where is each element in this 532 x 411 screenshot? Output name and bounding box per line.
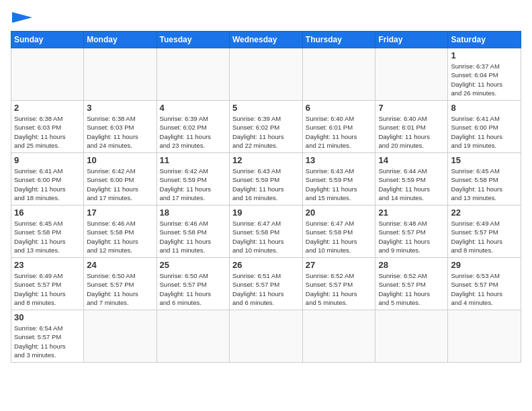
day-number: 19: [232, 208, 300, 218]
day-info: Sunrise: 6:39 AM Sunset: 6:02 PM Dayligh…: [232, 114, 300, 150]
day-number: 7: [378, 103, 445, 113]
day-info: Sunrise: 6:43 AM Sunset: 5:59 PM Dayligh…: [306, 167, 373, 202]
page-header: [11, 11, 521, 23]
day-number: 4: [160, 103, 226, 113]
day-number: 20: [306, 208, 373, 218]
header-cell-wednesday: Wednesday: [229, 32, 302, 48]
day-info: Sunrise: 6:47 AM Sunset: 5:58 PM Dayligh…: [306, 219, 373, 255]
day-cell: 21Sunrise: 6:48 AM Sunset: 5:57 PM Dayli…: [375, 205, 448, 258]
day-info: Sunrise: 6:52 AM Sunset: 5:57 PM Dayligh…: [378, 271, 445, 307]
day-number: 16: [14, 208, 81, 218]
week-row-3: 9Sunrise: 6:41 AM Sunset: 6:00 PM Daylig…: [11, 153, 521, 205]
day-cell: 23Sunrise: 6:49 AM Sunset: 5:57 PM Dayli…: [11, 258, 84, 310]
day-info: Sunrise: 6:40 AM Sunset: 6:01 PM Dayligh…: [306, 114, 373, 150]
day-cell: [157, 310, 229, 363]
day-cell: 27Sunrise: 6:52 AM Sunset: 5:57 PM Dayli…: [302, 258, 375, 310]
day-number: 10: [87, 155, 153, 165]
day-number: 21: [378, 208, 445, 218]
day-info: Sunrise: 6:41 AM Sunset: 6:00 PM Dayligh…: [451, 114, 518, 150]
calendar-body: 1Sunrise: 6:37 AM Sunset: 6:04 PM Daylig…: [11, 48, 521, 363]
day-cell: 18Sunrise: 6:46 AM Sunset: 5:58 PM Dayli…: [157, 205, 229, 258]
day-info: Sunrise: 6:46 AM Sunset: 5:58 PM Dayligh…: [87, 219, 153, 255]
day-info: Sunrise: 6:50 AM Sunset: 5:57 PM Dayligh…: [87, 271, 153, 307]
day-info: Sunrise: 6:54 AM Sunset: 5:57 PM Dayligh…: [14, 324, 81, 359]
week-row-4: 16Sunrise: 6:45 AM Sunset: 5:58 PM Dayli…: [11, 205, 521, 258]
logo-icon: [12, 12, 32, 23]
day-number: 15: [451, 155, 518, 165]
day-info: Sunrise: 6:39 AM Sunset: 6:02 PM Dayligh…: [160, 114, 226, 150]
day-number: 14: [378, 155, 445, 165]
calendar-table: SundayMondayTuesdayWednesdayThursdayFrid…: [11, 31, 521, 363]
day-info: Sunrise: 6:44 AM Sunset: 5:59 PM Dayligh…: [378, 167, 445, 202]
day-cell: 14Sunrise: 6:44 AM Sunset: 5:59 PM Dayli…: [375, 153, 448, 205]
svg-marker-0: [12, 12, 32, 23]
day-cell: 5Sunrise: 6:39 AM Sunset: 6:02 PM Daylig…: [229, 101, 302, 153]
day-number: 29: [451, 260, 518, 270]
day-number: 1: [451, 50, 518, 60]
day-cell: 1Sunrise: 6:37 AM Sunset: 6:04 PM Daylig…: [448, 48, 521, 101]
day-cell: 15Sunrise: 6:45 AM Sunset: 5:58 PM Dayli…: [448, 153, 521, 205]
day-cell: 16Sunrise: 6:45 AM Sunset: 5:58 PM Dayli…: [11, 205, 84, 258]
day-info: Sunrise: 6:37 AM Sunset: 6:04 PM Dayligh…: [451, 62, 518, 97]
header-cell-monday: Monday: [84, 32, 157, 48]
day-cell: [84, 310, 157, 363]
day-number: 12: [232, 155, 300, 165]
day-info: Sunrise: 6:50 AM Sunset: 5:57 PM Dayligh…: [160, 271, 226, 307]
day-number: 17: [87, 208, 153, 218]
header-cell-thursday: Thursday: [302, 32, 375, 48]
day-cell: 4Sunrise: 6:39 AM Sunset: 6:02 PM Daylig…: [157, 101, 229, 153]
day-cell: [11, 48, 84, 101]
week-row-1: 1Sunrise: 6:37 AM Sunset: 6:04 PM Daylig…: [11, 48, 521, 101]
day-cell: 24Sunrise: 6:50 AM Sunset: 5:57 PM Dayli…: [84, 258, 157, 310]
day-cell: 10Sunrise: 6:42 AM Sunset: 6:00 PM Dayli…: [84, 153, 157, 205]
day-cell: [229, 310, 302, 363]
day-cell: 28Sunrise: 6:52 AM Sunset: 5:57 PM Dayli…: [375, 258, 448, 310]
week-row-6: 30Sunrise: 6:54 AM Sunset: 5:57 PM Dayli…: [11, 310, 521, 363]
day-cell: 25Sunrise: 6:50 AM Sunset: 5:57 PM Dayli…: [157, 258, 229, 310]
day-cell: 2Sunrise: 6:38 AM Sunset: 6:03 PM Daylig…: [11, 101, 84, 153]
day-info: Sunrise: 6:52 AM Sunset: 5:57 PM Dayligh…: [306, 271, 373, 307]
day-cell: [84, 48, 157, 101]
day-info: Sunrise: 6:47 AM Sunset: 5:58 PM Dayligh…: [232, 219, 300, 255]
day-cell: 19Sunrise: 6:47 AM Sunset: 5:58 PM Dayli…: [229, 205, 302, 258]
day-cell: 22Sunrise: 6:49 AM Sunset: 5:57 PM Dayli…: [448, 205, 521, 258]
day-number: 18: [160, 208, 226, 218]
day-info: Sunrise: 6:49 AM Sunset: 5:57 PM Dayligh…: [451, 219, 518, 255]
week-row-2: 2Sunrise: 6:38 AM Sunset: 6:03 PM Daylig…: [11, 101, 521, 153]
day-cell: 17Sunrise: 6:46 AM Sunset: 5:58 PM Dayli…: [84, 205, 157, 258]
day-cell: [229, 48, 302, 101]
day-cell: 3Sunrise: 6:38 AM Sunset: 6:03 PM Daylig…: [84, 101, 157, 153]
day-number: 8: [451, 103, 518, 113]
day-cell: 13Sunrise: 6:43 AM Sunset: 5:59 PM Dayli…: [302, 153, 375, 205]
day-number: 2: [14, 103, 81, 113]
day-number: 5: [232, 103, 300, 113]
day-cell: 6Sunrise: 6:40 AM Sunset: 6:01 PM Daylig…: [302, 101, 375, 153]
week-row-5: 23Sunrise: 6:49 AM Sunset: 5:57 PM Dayli…: [11, 258, 521, 310]
logo: [11, 11, 32, 23]
day-cell: [157, 48, 229, 101]
day-cell: 29Sunrise: 6:53 AM Sunset: 5:57 PM Dayli…: [448, 258, 521, 310]
day-cell: [302, 48, 375, 101]
day-number: 26: [232, 260, 300, 270]
day-number: 22: [451, 208, 518, 218]
day-info: Sunrise: 6:43 AM Sunset: 5:59 PM Dayligh…: [232, 167, 300, 202]
day-number: 24: [87, 260, 153, 270]
header-cell-friday: Friday: [375, 32, 448, 48]
day-number: 11: [160, 155, 226, 165]
header-row: SundayMondayTuesdayWednesdayThursdayFrid…: [11, 32, 521, 48]
day-number: 6: [306, 103, 373, 113]
day-info: Sunrise: 6:38 AM Sunset: 6:03 PM Dayligh…: [87, 114, 153, 150]
day-info: Sunrise: 6:46 AM Sunset: 5:58 PM Dayligh…: [160, 219, 226, 255]
day-cell: [448, 310, 521, 363]
day-number: 9: [14, 155, 81, 165]
day-number: 23: [14, 260, 81, 270]
day-cell: 12Sunrise: 6:43 AM Sunset: 5:59 PM Dayli…: [229, 153, 302, 205]
day-cell: 9Sunrise: 6:41 AM Sunset: 6:00 PM Daylig…: [11, 153, 84, 205]
day-number: 3: [87, 103, 153, 113]
day-info: Sunrise: 6:49 AM Sunset: 5:57 PM Dayligh…: [14, 271, 81, 307]
day-info: Sunrise: 6:42 AM Sunset: 6:00 PM Dayligh…: [87, 167, 153, 202]
header-cell-tuesday: Tuesday: [157, 32, 229, 48]
day-cell: [375, 48, 448, 101]
day-cell: [375, 310, 448, 363]
day-info: Sunrise: 6:45 AM Sunset: 5:58 PM Dayligh…: [451, 167, 518, 202]
